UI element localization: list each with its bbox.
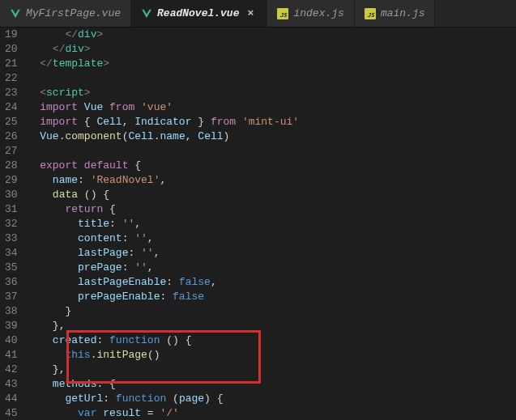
code-token: methods [53, 378, 97, 390]
editor-tab[interactable]: JSindex.js [267, 0, 354, 27]
code-line[interactable] [28, 144, 516, 159]
code-token: : [96, 334, 109, 346]
code-line[interactable]: data () { [28, 188, 516, 202]
line-number: 28 [5, 159, 18, 173]
code-token: function [109, 334, 166, 346]
code-token: : [122, 232, 135, 244]
tab-label: MyFirstPage.vue [26, 7, 121, 19]
code-token: () { [166, 334, 191, 346]
code-token: , [147, 261, 154, 274]
code-token: > [84, 43, 91, 55]
code-token: , [122, 116, 135, 128]
code-token: , [154, 247, 160, 259]
code-line[interactable]: prePage: '', [28, 261, 516, 275]
code-token: Cell [128, 130, 153, 142]
code-line[interactable]: var result = '/' [28, 406, 516, 420]
code-token: '' [141, 247, 154, 259]
code-line[interactable]: } [28, 304, 516, 319]
code-line[interactable]: lastPageEnable: false, [28, 275, 516, 290]
line-number: 38 [5, 304, 18, 319]
code-token: var [78, 407, 103, 419]
vue-file-icon [10, 8, 21, 19]
code-line[interactable]: }, [28, 363, 516, 377]
code-line[interactable] [28, 71, 516, 86]
line-number: 24 [5, 100, 18, 115]
code-line[interactable]: Vue.component(Cell.name, Cell) [28, 129, 516, 144]
code-line[interactable]: return { [28, 202, 516, 217]
code-token: , [160, 174, 166, 186]
code-token: Vue [40, 130, 58, 142]
code-token: }, [53, 363, 66, 375]
code-line[interactable]: methods: { [28, 377, 516, 392]
code-token: () [147, 349, 160, 361]
code-line[interactable]: content: '', [28, 231, 516, 246]
code-token: ) [224, 130, 230, 142]
code-token: import [40, 116, 84, 128]
code-token: () { [78, 189, 109, 201]
code-token: < [40, 87, 46, 99]
code-token: , [186, 130, 198, 142]
code-line[interactable]: </template> [28, 57, 516, 71]
line-number: 37 [5, 290, 18, 304]
code-line[interactable]: name: 'ReadNovel', [28, 173, 516, 188]
line-number-gutter: 1920212223242526272829303132333435363738… [0, 28, 28, 420]
close-icon[interactable]: × [244, 7, 257, 20]
code-line[interactable]: lastPage: '', [28, 246, 516, 261]
code-token: lastPageEnable [78, 276, 166, 288]
code-token: }, [53, 320, 66, 332]
code-token: Vue [84, 101, 109, 113]
code-line[interactable]: </div> [28, 28, 516, 42]
js-file-icon: JS [277, 8, 288, 19]
editor-tab[interactable]: ReadNovel.vue× [131, 0, 267, 27]
code-token: prePageEnable [78, 291, 160, 303]
line-number: 34 [5, 246, 18, 261]
code-line[interactable]: </div> [28, 42, 516, 57]
code-token: this [65, 349, 90, 361]
code-token: { [134, 159, 141, 172]
code-line[interactable]: }, [28, 319, 516, 333]
code-line[interactable]: title: '', [28, 217, 516, 231]
code-token: content [78, 232, 122, 244]
line-number: 30 [5, 188, 18, 202]
line-number: 29 [5, 173, 18, 188]
code-token: : [128, 247, 141, 259]
code-token: ) { [204, 392, 223, 405]
code-token: prePage [78, 261, 122, 274]
svg-text:JS: JS [280, 11, 288, 18]
code-line[interactable]: created: function () { [28, 333, 516, 348]
code-area[interactable]: </div> </div> </template> <script> impor… [28, 28, 516, 420]
code-token: </ [65, 28, 78, 40]
code-token: = [141, 407, 160, 419]
code-token: export default [40, 159, 134, 172]
code-token: 'ReadNovel' [91, 174, 160, 186]
line-number: 21 [5, 57, 18, 71]
js-file-icon: JS [365, 8, 376, 19]
code-token: > [84, 87, 91, 99]
editor-tab[interactable]: JSmain.js [355, 0, 436, 27]
code-token: import [40, 101, 84, 113]
code-line[interactable]: prePageEnable: false [28, 290, 516, 304]
line-number: 36 [5, 275, 18, 290]
code-line[interactable]: export default { [28, 159, 516, 173]
code-token: : [78, 174, 91, 186]
code-token: page [179, 392, 204, 405]
code-line[interactable]: this.initPage() [28, 348, 516, 363]
code-token: false [173, 291, 204, 303]
line-number: 19 [5, 28, 18, 42]
code-line[interactable]: <script> [28, 86, 516, 100]
code-line[interactable]: getUrl: function (page) { [28, 392, 516, 406]
code-token: '/' [160, 407, 178, 419]
code-token: { [84, 116, 97, 128]
line-number: 27 [5, 144, 18, 159]
code-line[interactable]: import { Cell, Indicator } from 'mint-ui… [28, 115, 516, 129]
editor-tab[interactable]: MyFirstPage.vue [0, 0, 131, 27]
code-token: from [211, 116, 242, 128]
line-number: 45 [5, 406, 18, 420]
editor-tab-bar: MyFirstPage.vueReadNovel.vue×JSindex.jsJ… [0, 0, 516, 28]
code-token: getUrl [65, 392, 103, 405]
code-token: } [191, 116, 210, 128]
line-number: 20 [5, 42, 18, 57]
line-number: 23 [5, 86, 18, 100]
code-line[interactable]: import Vue from 'vue' [28, 100, 516, 115]
code-editor[interactable]: 1920212223242526272829303132333435363738… [0, 28, 516, 420]
